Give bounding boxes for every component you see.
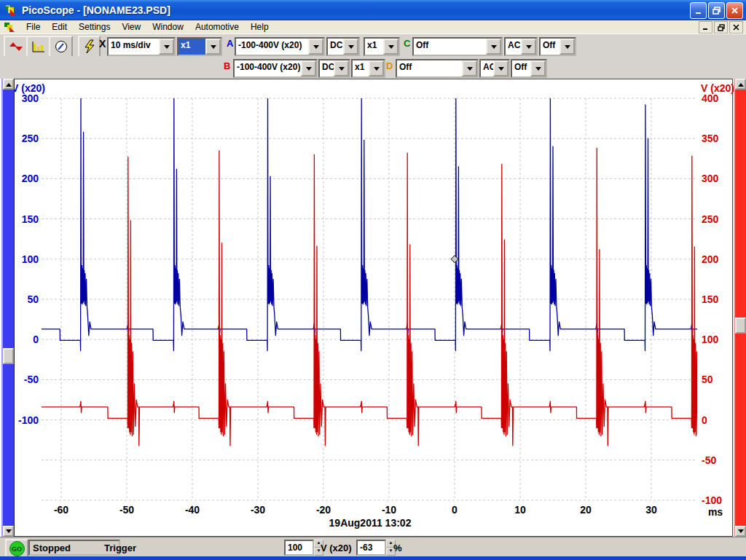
trigger-marker-diamond[interactable] bbox=[451, 256, 458, 263]
right-axis-tick: 300 bbox=[702, 173, 719, 184]
trigger-level-value[interactable]: 100 bbox=[284, 540, 314, 556]
x-axis-tick: 30 bbox=[645, 504, 657, 516]
left-axis-tick: 300 bbox=[22, 92, 39, 104]
trigger-position-spinner[interactable]: -63 ▲▼ bbox=[356, 540, 396, 556]
x-axis-unit: ms bbox=[708, 506, 723, 518]
app-window: PicoScope - [NONAME23.PSD] File Edit Set… bbox=[0, 0, 746, 560]
x-axis-tick: 0 bbox=[452, 504, 458, 516]
go-button[interactable]: GO bbox=[5, 539, 28, 559]
right-axis-tick: 0 bbox=[702, 414, 707, 426]
left-axis-tick: -100 bbox=[18, 414, 39, 426]
left-axis-tick: 0 bbox=[33, 334, 39, 345]
channel-a-offset-scrollbar[interactable] bbox=[1, 79, 15, 537]
left-axis-tick: 150 bbox=[22, 213, 39, 225]
right-axis-tick: 250 bbox=[702, 213, 719, 225]
timestamp: 19Aug2011 13:02 bbox=[329, 517, 412, 529]
trigger-position-unit: % bbox=[393, 543, 402, 553]
scroll-up-icon[interactable] bbox=[735, 79, 746, 90]
x-axis-tick: -10 bbox=[382, 504, 396, 516]
right-axis-tick: 400 bbox=[702, 92, 719, 104]
left-axis-tick: -50 bbox=[24, 374, 39, 385]
x-axis-tick: -50 bbox=[119, 504, 134, 516]
waveform-b bbox=[42, 148, 704, 446]
scroll-down-icon[interactable] bbox=[735, 526, 746, 537]
waveform-a bbox=[42, 98, 697, 351]
left-axis-tick: 50 bbox=[27, 293, 39, 305]
right-axis-tick: 350 bbox=[702, 133, 719, 144]
x-axis-tick: -30 bbox=[251, 504, 265, 516]
scroll-down-icon[interactable] bbox=[3, 526, 14, 537]
right-axis-tick: 50 bbox=[702, 374, 713, 385]
scroll-up-icon[interactable] bbox=[3, 79, 14, 90]
right-axis-tick: 150 bbox=[702, 293, 719, 305]
right-axis-tick: -100 bbox=[702, 494, 722, 506]
right-axis-tick: 200 bbox=[702, 253, 719, 265]
left-axis-tick: 250 bbox=[22, 133, 39, 144]
trigger-label: Trigger bbox=[104, 543, 136, 553]
status-bar: GO Stopped Trigger Auto ch A Rising 100 … bbox=[0, 537, 746, 557]
channel-b-offset-scrollbar[interactable] bbox=[734, 79, 746, 537]
right-axis-tick: -50 bbox=[702, 454, 716, 466]
channel-a-scroll-thumb[interactable] bbox=[3, 348, 14, 364]
left-axis-title: V (x20) bbox=[12, 82, 45, 94]
left-axis-tick: 200 bbox=[22, 173, 39, 184]
trigger-level-unit: V (x20) bbox=[321, 543, 352, 553]
window-border bbox=[0, 556, 746, 560]
left-axis-tick: 100 bbox=[22, 253, 39, 265]
x-axis-tick: -40 bbox=[185, 504, 200, 516]
trigger-position-value[interactable]: -63 bbox=[356, 540, 386, 556]
trigger-level-spinner[interactable]: 100 ▲▼ bbox=[284, 540, 323, 556]
waveform-plot: 300250200150100500-50-100400350300250200… bbox=[0, 0, 746, 537]
x-axis-tick: -20 bbox=[316, 504, 331, 516]
x-axis-tick: 20 bbox=[580, 504, 592, 516]
x-axis-tick: -60 bbox=[54, 504, 68, 516]
channel-b-scroll-thumb[interactable] bbox=[735, 318, 746, 334]
right-axis-tick: 100 bbox=[702, 334, 719, 345]
right-axis-title: V (x20) bbox=[701, 82, 734, 94]
x-axis-tick: 10 bbox=[514, 504, 526, 516]
go-icon: GO bbox=[9, 541, 25, 556]
